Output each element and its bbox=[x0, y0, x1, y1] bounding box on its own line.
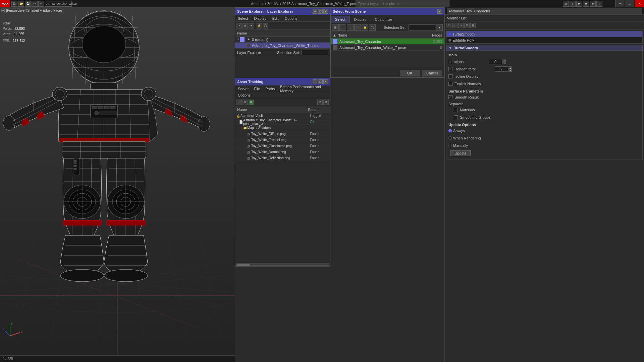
scrollbar-track[interactable] bbox=[236, 263, 329, 266]
icon1[interactable]: ⊞ bbox=[563, 1, 569, 7]
layer-expand-icon[interactable]: ▼ bbox=[236, 38, 240, 41]
maximize-btn[interactable]: □ bbox=[625, 0, 634, 7]
ss-tb-6[interactable]: ◯ bbox=[369, 24, 376, 31]
icon4[interactable]: ★ bbox=[583, 1, 589, 7]
layer-row-astronaut[interactable]: ▶ ⬛ Astronaut_Toy_Character_White_T-pose bbox=[235, 43, 330, 49]
icon2[interactable]: ↕ bbox=[570, 1, 576, 7]
layer-tb-4[interactable]: 🔒 bbox=[257, 23, 262, 28]
right-panel: Astronaut_Toy_Character Modifier List ↖ … bbox=[444, 7, 644, 362]
render-iters-checkbox[interactable] bbox=[448, 67, 452, 71]
ss-tb-1[interactable]: ⊞ bbox=[332, 24, 339, 31]
asset-tb-opts[interactable]: ⚙ bbox=[323, 100, 329, 105]
new-btn[interactable]: 🗋 bbox=[11, 1, 17, 7]
isoline-checkbox[interactable] bbox=[448, 74, 452, 78]
selection-set-header-input[interactable] bbox=[409, 24, 435, 31]
update-button[interactable]: Update bbox=[450, 150, 471, 156]
when-rendering-radio[interactable] bbox=[448, 136, 452, 140]
layer-row-default[interactable]: ▼ 👁 0 (default) bbox=[235, 37, 330, 43]
tab-select[interactable]: Select bbox=[331, 16, 350, 23]
asset-tb-1[interactable]: ⬛ bbox=[236, 100, 242, 105]
ss-tb-filter[interactable]: ▼ bbox=[436, 24, 443, 31]
scene-row-2[interactable]: Astronaut_Toy_Character_White_T-pose 0 bbox=[331, 45, 444, 51]
iterations-up[interactable]: ▲ bbox=[502, 59, 506, 62]
redo-btn[interactable]: ↪ bbox=[38, 1, 44, 7]
mod-tb-3[interactable]: ↘ bbox=[458, 23, 464, 28]
layer-menu-display[interactable]: Display bbox=[253, 16, 268, 21]
save-btn[interactable]: 💾 bbox=[25, 1, 31, 7]
svg-rect-44 bbox=[98, 106, 103, 109]
mod-tb-2[interactable]: | bbox=[452, 23, 458, 28]
asset-row-reflection[interactable]: 🖼 Toy_White_Reflection.png Found bbox=[235, 155, 330, 161]
layer-menu-select[interactable]: Select bbox=[236, 16, 250, 21]
smooth-result-checkbox[interactable] bbox=[448, 95, 452, 99]
ok-button[interactable]: OK bbox=[400, 70, 420, 76]
tab-customize[interactable]: Customize bbox=[371, 16, 397, 23]
asset-options-item[interactable]: Options bbox=[236, 93, 252, 98]
iterations-input[interactable]: 0 bbox=[489, 59, 502, 64]
asset-menu-file[interactable]: File bbox=[253, 86, 261, 92]
ss-tb-3[interactable]: ↕ bbox=[347, 24, 354, 31]
asset-name-maps: Maps / Shaders bbox=[247, 126, 310, 130]
asset-scrollbar[interactable] bbox=[235, 262, 330, 266]
asset-row-fresnel[interactable]: 🖼 Toy_White_Fresnel.png Found bbox=[235, 137, 330, 143]
materials-checkbox[interactable] bbox=[454, 108, 458, 112]
asset-row-diffuse[interactable]: 🖼 Toy_White_Diffuse.png Found bbox=[235, 131, 330, 137]
layer-tb-5[interactable]: ◯ bbox=[263, 23, 268, 28]
explicit-normals-checkbox[interactable] bbox=[448, 82, 452, 86]
layer-explorer-minimize[interactable]: ─ bbox=[313, 9, 317, 14]
asset-tb-help[interactable]: ? bbox=[317, 100, 323, 105]
mod-tb-1[interactable]: ↖ bbox=[446, 23, 451, 28]
minimize-btn[interactable]: ─ bbox=[615, 0, 625, 7]
open-btn[interactable]: 📂 bbox=[18, 1, 24, 7]
asset-row-maps[interactable]: 📁 Maps / Shaders bbox=[235, 125, 330, 131]
iterations-down[interactable]: ▼ bbox=[502, 62, 506, 64]
layer-tb-2[interactable]: ⊞ bbox=[243, 23, 248, 28]
modifier-turbosmooth[interactable]: TurboSmooth bbox=[446, 31, 642, 37]
close-btn[interactable]: ✕ bbox=[635, 0, 644, 7]
layer-tb-1[interactable]: ✕ bbox=[236, 23, 242, 28]
layer-explorer-maximize[interactable]: □ bbox=[318, 9, 323, 14]
render-iters-input[interactable]: 2 bbox=[495, 66, 508, 72]
layer-menu-options[interactable]: Options bbox=[283, 16, 299, 21]
mod-tb-4[interactable]: ⊞ bbox=[464, 23, 470, 28]
layer-vis-icon[interactable]: 👁 bbox=[246, 37, 251, 42]
asset-menu-bitmap[interactable]: Bitmap Performance and Memory bbox=[279, 84, 329, 94]
cancel-button[interactable]: Cancel bbox=[422, 70, 442, 76]
always-radio[interactable] bbox=[448, 129, 452, 132]
asset-tb-3[interactable]: ▦ bbox=[249, 100, 254, 105]
asset-maximize[interactable]: □ bbox=[318, 79, 323, 84]
render-iters-up[interactable]: ▲ bbox=[508, 66, 512, 69]
asset-menu-server[interactable]: Server bbox=[236, 86, 250, 92]
layer-explorer-close[interactable]: ✕ bbox=[323, 9, 328, 14]
ss-tb-2[interactable]: ⋮ bbox=[339, 24, 346, 31]
search-input[interactable] bbox=[358, 2, 447, 6]
asset-row-file[interactable]: 📄 Astronaut_Toy_Character_White_T-pose_m… bbox=[235, 119, 330, 125]
modifier-editablepoly[interactable]: Editable Poly bbox=[446, 37, 642, 43]
layer-menu-edit[interactable]: Edit bbox=[271, 16, 280, 21]
ss-tb-5[interactable]: 🔒 bbox=[362, 24, 368, 31]
icon3[interactable]: ⇄ bbox=[576, 1, 582, 7]
asset-menu-paths[interactable]: Paths bbox=[264, 86, 276, 92]
asset-close[interactable]: ✕ bbox=[323, 79, 328, 84]
select-scene-close[interactable]: ✕ bbox=[437, 9, 442, 14]
turbosmooth-header[interactable]: ▼ TurboSmooth bbox=[446, 45, 643, 51]
tab-display[interactable]: Display bbox=[350, 16, 371, 23]
asset-row-glossiness[interactable]: 🖼 Toy_White_Glossiness.png Found bbox=[235, 143, 330, 149]
selection-set-input[interactable] bbox=[301, 50, 328, 55]
manually-radio[interactable] bbox=[448, 144, 452, 147]
asset-status-normal: Found bbox=[310, 150, 330, 154]
scrollbar-thumb[interactable] bbox=[236, 264, 250, 266]
undo-btn[interactable]: ↩ bbox=[32, 1, 38, 7]
asset-tb-2[interactable]: ⊞ bbox=[243, 100, 248, 105]
smoothing-groups-checkbox[interactable] bbox=[454, 115, 458, 119]
asset-row-normal[interactable]: 🖼 Toy_White_Normal.png Found bbox=[235, 149, 330, 155]
render-iters-down[interactable]: ▼ bbox=[508, 69, 512, 72]
icon5[interactable]: ⊕ bbox=[590, 1, 596, 7]
search-bar[interactable] bbox=[356, 0, 449, 7]
help-btn[interactable]: ? bbox=[596, 1, 602, 7]
mod-tb-5[interactable]: 🗑 bbox=[470, 23, 476, 28]
layer-tb-3[interactable]: ▼ bbox=[249, 23, 254, 28]
ss-tb-4[interactable]: ⬛ bbox=[354, 24, 361, 31]
asset-minimize[interactable]: ─ bbox=[313, 79, 317, 84]
scene-row-1[interactable]: Astronaut_Toy_Character 2,293 bbox=[331, 39, 444, 45]
